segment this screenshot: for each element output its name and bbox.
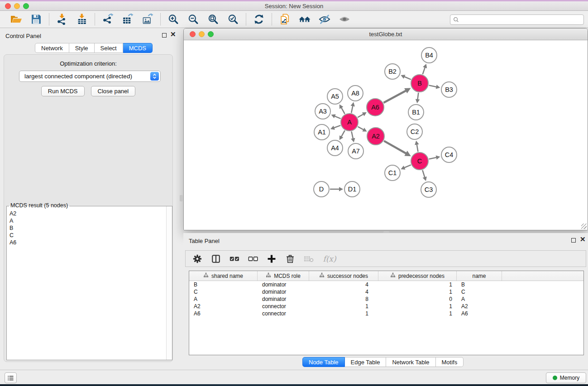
table-destroy-button[interactable]	[303, 253, 314, 264]
graph-edge-B-B3[interactable]	[429, 85, 437, 87]
graph-edge-A-A5[interactable]	[341, 107, 344, 114]
mcds-result-item[interactable]: B	[7, 224, 165, 232]
window-resize-grip[interactable]	[581, 224, 587, 229]
graph-node-A3[interactable]: A3	[315, 104, 330, 119]
duplicate-network-button[interactable]	[277, 13, 292, 26]
mcds-result-item[interactable]: A2	[7, 210, 165, 217]
control-panel-float-icon[interactable]	[162, 33, 167, 38]
graph-edge-B-B4[interactable]	[423, 67, 425, 74]
criterion-dropdown[interactable]: largest connected component (directed)	[19, 71, 161, 82]
function-builder-button[interactable]: f(x)	[322, 253, 337, 264]
graph-edge-A-A4[interactable]	[341, 130, 344, 137]
network-canvas[interactable]: B4B2BB3A8A5A6A3B1AC2A1A2A4A7C4CC1DD1C3	[184, 40, 588, 230]
graph-node-B3[interactable]: B3	[441, 82, 457, 97]
search-input[interactable]	[461, 17, 578, 23]
graph-node-B[interactable]: B	[411, 75, 428, 92]
graph-node-C3[interactable]: C3	[421, 182, 436, 197]
tab-select[interactable]: Select	[95, 43, 123, 53]
table-tab-network-table[interactable]: Network Table	[386, 357, 435, 367]
column-header-successor-nodes[interactable]: successor nodes	[309, 271, 378, 281]
graph-node-A8[interactable]: A8	[348, 86, 363, 101]
table-row[interactable]: Bdominator41B	[189, 281, 583, 288]
columns-button[interactable]	[210, 253, 221, 264]
table-panel-close-icon[interactable]: ✕	[580, 237, 586, 242]
import-table-button[interactable]	[75, 13, 89, 26]
show-panels-button[interactable]	[337, 13, 352, 26]
graph-node-D1[interactable]: D1	[344, 181, 360, 197]
table-tab-motifs[interactable]: Motifs	[436, 357, 464, 367]
export-network-button[interactable]	[100, 13, 115, 26]
delete-button[interactable]	[285, 253, 296, 264]
zoom-out-button[interactable]	[186, 13, 201, 26]
graph-node-A4[interactable]: A4	[327, 140, 343, 156]
memory-button[interactable]: Memory	[546, 372, 586, 383]
table-row[interactable]: Cdominator41C	[189, 288, 583, 295]
close-panel-button[interactable]: Close panel	[91, 86, 136, 96]
import-network-button[interactable]	[55, 13, 69, 26]
home-view-button[interactable]	[297, 13, 312, 26]
column-header-MCDS-role[interactable]: MCDS role	[258, 271, 309, 281]
tab-style[interactable]: Style	[69, 43, 95, 53]
column-header-predecessor-nodes[interactable]: predecessor nodes	[378, 271, 457, 281]
table-panel-float-icon[interactable]	[571, 238, 576, 243]
tab-mcds[interactable]: MCDS	[123, 43, 153, 53]
graph-edge-A6-B[interactable]	[383, 91, 406, 103]
splitter-thumb-vertical[interactable]	[180, 195, 183, 201]
graph-edge-A-A2[interactable]	[358, 127, 364, 130]
graph-node-A6[interactable]: A6	[367, 99, 384, 116]
mcds-result-item[interactable]: A6	[7, 239, 165, 246]
select-all-button[interactable]	[229, 253, 240, 264]
control-panel-close-icon[interactable]: ✕	[170, 32, 176, 37]
graph-edge-C-C4[interactable]	[429, 157, 437, 159]
graph-edge-C-C2[interactable]	[417, 144, 418, 152]
search-box[interactable]	[450, 14, 584, 25]
graph-node-A7[interactable]: A7	[348, 143, 363, 159]
hide-panels-button[interactable]	[317, 13, 332, 26]
tab-network[interactable]: Network	[35, 43, 69, 53]
graph-node-B1[interactable]: B1	[408, 105, 424, 120]
column-header-shared-name[interactable]: shared name	[189, 271, 258, 281]
graph-node-C[interactable]: C	[411, 152, 428, 170]
result-scrollbar[interactable]	[166, 206, 172, 360]
graph-node-A1[interactable]: A1	[314, 124, 330, 140]
open-session-button[interactable]	[9, 13, 24, 26]
export-table-button[interactable]	[120, 13, 135, 26]
graph-node-C1[interactable]: C1	[385, 165, 400, 181]
table-tab-edge-table[interactable]: Edge Table	[345, 357, 387, 367]
graph-node-B4[interactable]: B4	[421, 48, 437, 63]
graph-edge-A-A7[interactable]	[351, 132, 353, 139]
refresh-button[interactable]	[252, 13, 266, 26]
graph-node-A[interactable]: A	[341, 114, 358, 131]
graph-node-C2[interactable]: C2	[407, 124, 422, 139]
graph-edge-C-C1[interactable]	[404, 165, 411, 168]
column-header-name[interactable]: name	[457, 271, 502, 281]
graph-edge-A-A3[interactable]	[334, 116, 340, 119]
graph-edge-A-A6[interactable]	[358, 114, 363, 118]
mcds-result-item[interactable]: C	[7, 232, 165, 239]
export-image-button[interactable]	[140, 13, 155, 26]
graph-edge-C-C3[interactable]	[422, 170, 425, 178]
graph-node-C4[interactable]: C4	[441, 147, 457, 162]
graph-node-A2[interactable]: A2	[367, 128, 384, 145]
table-row[interactable]: Adominator80A	[189, 295, 583, 303]
zoom-selected-button[interactable]	[226, 13, 240, 26]
add-button[interactable]	[266, 253, 277, 264]
graph-node-A5[interactable]: A5	[327, 89, 343, 104]
graph-edge-A-A8[interactable]	[351, 105, 353, 113]
network-window-titlebar[interactable]: testGlobe.txt	[184, 29, 588, 40]
table-tab-node-table[interactable]: Node Table	[302, 357, 345, 367]
save-session-button[interactable]	[29, 13, 43, 26]
graph-node-D[interactable]: D	[314, 181, 329, 197]
deselect-all-button[interactable]	[248, 253, 258, 264]
graph-edge-B-B2[interactable]	[404, 76, 411, 80]
graph-edge-A-A1[interactable]	[334, 125, 340, 128]
table-row[interactable]: A6connector11A6	[189, 310, 583, 317]
zoom-in-button[interactable]	[166, 13, 181, 26]
graph-node-B2[interactable]: B2	[385, 64, 400, 79]
graph-edge-B-B1[interactable]	[417, 93, 418, 100]
run-mcds-button[interactable]: Run MCDS	[41, 86, 85, 96]
task-history-button[interactable]	[5, 372, 17, 383]
gear-button[interactable]	[192, 253, 203, 264]
zoom-fit-button[interactable]	[206, 13, 220, 26]
graph-edge-A2-C[interactable]	[384, 141, 406, 153]
